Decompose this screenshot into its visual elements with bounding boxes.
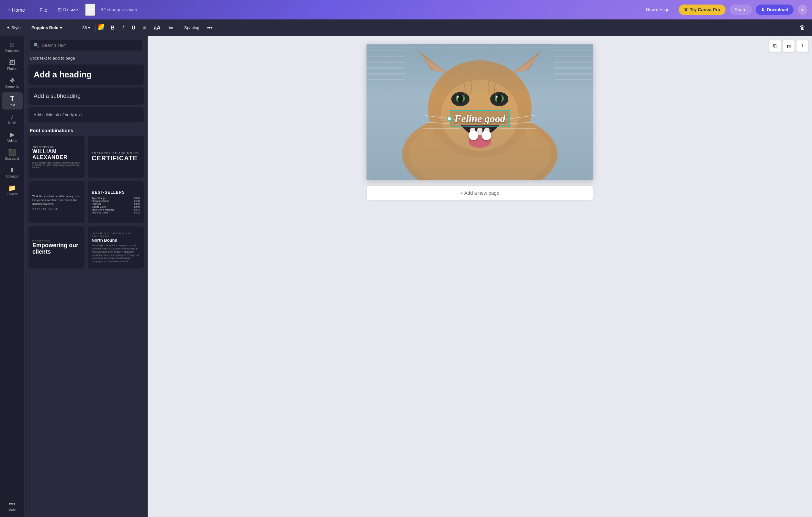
align-button[interactable]: ≡	[141, 24, 149, 32]
try-pro-button[interactable]: ♛ Try Canva Pro	[678, 4, 726, 15]
chevron-down-icon: ▾	[60, 25, 62, 30]
style-button[interactable]: ✦ Style	[4, 24, 23, 31]
more-icon: •••	[9, 500, 16, 507]
sidebar-item-label: Photos	[7, 67, 17, 71]
toolbar-sep-4	[179, 24, 179, 32]
sidebar-item-music[interactable]: ♪ Music	[2, 111, 23, 127]
combo4-item: Fresh OJ$3.90	[92, 202, 140, 206]
combo2-label: EMPLOYEE OF THE MONTH	[92, 152, 140, 155]
toolbar-sep-1	[26, 24, 26, 32]
home-arrow-icon: ‹	[8, 7, 10, 12]
canvas-area[interactable]: ⧉ ⧈ +	[148, 36, 812, 517]
sidebar-item-background[interactable]: ⬛ Bkground	[2, 146, 23, 163]
background-icon: ⬛	[8, 149, 16, 156]
topbar: ‹ Home File ⊡ Resize ↩ All changes saved…	[0, 0, 812, 20]
main-area: ⊞ Templates 🖼 Photos ❖ Elements T Text ♪…	[0, 36, 812, 517]
combo4-items: Apple Orange$3.90 Pineapple Carrot$4.90 …	[92, 197, 140, 214]
new-design-button[interactable]: New design	[640, 4, 674, 15]
font-combo-card-4[interactable]: BEST-SELLERS Apple Orange$3.90 Pineapple…	[88, 181, 144, 223]
combo1-sub: is a Member of the Orchard Country Club …	[32, 162, 81, 168]
text-resize-handle[interactable]	[447, 116, 452, 121]
saved-status: All changes saved	[100, 7, 137, 12]
bold-button[interactable]: B	[108, 24, 117, 32]
search-input[interactable]	[42, 43, 139, 48]
style-icon: ✦	[6, 25, 10, 30]
duplicate-page-button[interactable]: ⧈	[783, 40, 794, 52]
font-family-selector[interactable]: Poppins Bold ▾	[29, 24, 74, 31]
font-combo-grid: This certifies that WILLIAM ALEXANDER is…	[25, 136, 148, 274]
font-combo-card-6[interactable]: INTERIOR DESIGN AND BUILDERS North Bound…	[88, 226, 144, 269]
add-new-page-button[interactable]: + Add a new page	[367, 185, 593, 200]
add-body-text-button[interactable]: Add a little bit of body text	[28, 107, 144, 123]
text-move-button[interactable]: ⊕	[482, 131, 491, 140]
combo4-item: Apple Carrot Madness$3.10	[92, 208, 140, 211]
music-icon: ♪	[11, 113, 14, 120]
combo3-quote: Work like you don't need the money. Love…	[32, 194, 81, 206]
canvas-text-element[interactable]: Feline good	[450, 110, 510, 127]
canvas-image[interactable]: Feline good ↻ ⊕	[367, 44, 593, 180]
sidebar-item-photos[interactable]: 🖼 Photos	[2, 57, 23, 73]
combo4-item: Orange Carrot$2.90	[92, 206, 140, 208]
list-button[interactable]: ≔	[166, 23, 176, 32]
share-button[interactable]: Share	[729, 4, 752, 15]
crown-icon: ♛	[684, 7, 688, 12]
combo4-title: BEST-SELLERS	[92, 190, 140, 195]
combo1-script: This certifies that	[32, 145, 81, 149]
case-button[interactable]: aA	[151, 24, 163, 32]
text-templates: Add a heading Add a subheading Add a lit…	[25, 64, 148, 123]
resize-button[interactable]: ⊡ Resize	[54, 5, 81, 15]
sidebar-item-videos[interactable]: ▶ Videos	[2, 129, 23, 145]
sidebar-item-text[interactable]: T Text	[2, 92, 23, 109]
format-toolbar: ✦ Style Poppins Bold ▾ 36 ▾ B I U ≡ aA ≔…	[0, 20, 812, 36]
italic-button[interactable]: I	[120, 24, 126, 32]
sidebar-item-more[interactable]: ••• More	[2, 498, 23, 514]
text-rotate-button[interactable]: ↻	[468, 131, 478, 140]
underline-button[interactable]: U	[129, 24, 138, 32]
color-swatch	[98, 24, 104, 30]
resize-icon: ⊡	[58, 7, 62, 12]
sidebar-item-label: Videos	[7, 139, 17, 142]
sidebar-item-label: More	[8, 508, 16, 512]
topbar-divider	[32, 6, 32, 13]
delete-button[interactable]: 🗑	[797, 23, 808, 32]
add-page-button[interactable]: +	[796, 40, 808, 52]
sidebar-item-templates[interactable]: ⊞ Templates	[2, 39, 23, 55]
sidebar-icons: ⊞ Templates 🖼 Photos ❖ Elements T Text ♪…	[0, 36, 25, 517]
font-combo-card-5[interactable]: PROGRESS Empowering our clients	[28, 226, 85, 269]
more-options-button[interactable]: •••	[205, 24, 215, 32]
font-size-selector[interactable]: 36 ▾	[80, 24, 93, 31]
combo5-heading: Empowering our clients	[32, 242, 81, 255]
uploads-icon: ⬆	[9, 167, 15, 173]
font-combo-card-2[interactable]: EMPLOYEE OF THE MONTH CERTIFICATE	[88, 136, 144, 178]
sidebar-item-folders[interactable]: 📁 Folders	[2, 182, 23, 198]
font-combinations-title: Font combinations	[25, 123, 148, 136]
text-overlay[interactable]: Feline good ↻ ⊕	[450, 110, 510, 127]
font-combo-card-3[interactable]: Work like you don't need the money. Love…	[28, 181, 85, 223]
videos-icon: ▶	[10, 131, 14, 138]
toolbar-sep-3	[95, 24, 96, 32]
sidebar-item-elements[interactable]: ❖ Elements	[2, 75, 23, 91]
panel-search-area: 🔍	[25, 36, 148, 54]
sidebar-item-label: Text	[9, 103, 15, 107]
copy-page-button[interactable]: ⧉	[769, 40, 781, 52]
file-button[interactable]: File	[36, 5, 51, 15]
download-button[interactable]: ⬇ Download	[756, 4, 793, 15]
search-icon: 🔍	[34, 43, 39, 48]
templates-icon: ⊞	[9, 42, 15, 48]
add-subheading-button[interactable]: Add a subheading	[28, 87, 144, 105]
search-input-wrap[interactable]: 🔍	[30, 40, 142, 51]
combo2-title: CERTIFICATE	[92, 155, 140, 162]
font-combo-card-1[interactable]: This certifies that WILLIAM ALEXANDER is…	[28, 136, 85, 178]
download-dropdown-button[interactable]: ▾	[798, 4, 807, 15]
add-heading-button[interactable]: Add a heading	[28, 64, 144, 85]
spacing-button[interactable]: Spacing	[182, 24, 202, 31]
canvas-card[interactable]: Feline good ↻ ⊕	[367, 44, 593, 180]
sidebar-item-uploads[interactable]: ⬆ Uploads	[2, 164, 23, 181]
home-button[interactable]: ‹ Home	[5, 5, 28, 15]
combo3-author: SATCHEL PAIGE	[32, 208, 81, 210]
undo-button[interactable]: ↩	[85, 4, 95, 16]
sidebar-item-label: Templates	[5, 49, 20, 53]
sidebar-item-label: Bkground	[5, 157, 19, 160]
text-color-button[interactable]	[98, 24, 106, 31]
text-overlay-controls: ↻ ⊕	[468, 131, 491, 140]
